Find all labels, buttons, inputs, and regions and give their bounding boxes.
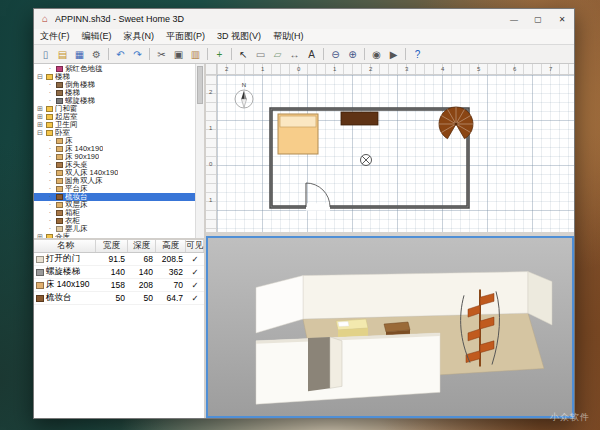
menu-plan[interactable]: 平面图(P) bbox=[160, 29, 211, 44]
furniture-depth: 140 bbox=[128, 267, 156, 277]
catalog-scrollbar[interactable] bbox=[195, 64, 204, 238]
catalog-item[interactable]: ·双层床 bbox=[34, 201, 195, 209]
menu-furniture[interactable]: 家具(N) bbox=[118, 29, 161, 44]
toolbar-create-rooms-button[interactable]: ▱ bbox=[270, 47, 285, 62]
catalog-item[interactable]: ·楼梯 bbox=[34, 89, 195, 97]
toolbar-create-video-button[interactable]: ▶ bbox=[386, 47, 401, 62]
menu-help[interactable]: 帮助(H) bbox=[267, 29, 310, 44]
toolbar-zoom-out-button[interactable]: ⊖ bbox=[328, 47, 343, 62]
compass-icon[interactable]: N bbox=[235, 82, 253, 108]
menu-view3d[interactable]: 3D 视图(V) bbox=[211, 29, 267, 44]
toolbar-new-file-button[interactable]: ▯ bbox=[38, 47, 53, 62]
tree-toggle-icon[interactable]: ⊞ bbox=[36, 105, 44, 113]
toolbar-help-button[interactable]: ? bbox=[410, 47, 425, 62]
catalog-item[interactable]: ·圆角双人床 bbox=[34, 177, 195, 185]
furniture-name-cell: 梳妆台 bbox=[34, 292, 96, 304]
catalog-item[interactable]: ·衣柜 bbox=[34, 217, 195, 225]
toolbar-copy-button[interactable]: ▣ bbox=[171, 47, 186, 62]
catalog-item[interactable]: ·床 bbox=[34, 137, 195, 145]
furniture-row[interactable]: 梳妆台505064.7✓ bbox=[34, 292, 204, 305]
catalog-item[interactable]: ·梳妆台 bbox=[34, 193, 195, 201]
toolbar-save-button[interactable]: ▦ bbox=[72, 47, 87, 62]
column-header[interactable]: 名称 bbox=[34, 240, 96, 252]
desktop-background: ⌂ APPINN.sh3d - Sweet Home 3D — ▢ ✕ 文件(F… bbox=[0, 0, 600, 430]
catalog-item[interactable]: ·床头桌 bbox=[34, 161, 195, 169]
catalog-category[interactable]: ⊞卫生间 bbox=[34, 121, 195, 129]
tree-toggle-icon[interactable]: ⊟ bbox=[36, 129, 44, 137]
spiral-staircase-plan[interactable] bbox=[439, 107, 473, 139]
title-bar[interactable]: ⌂ APPINN.sh3d - Sweet Home 3D — ▢ ✕ bbox=[34, 9, 574, 29]
door-plan[interactable] bbox=[306, 183, 330, 211]
catalog-label: 起居室 bbox=[55, 113, 78, 121]
3d-svg bbox=[208, 238, 572, 416]
furniture-row[interactable]: 打开的门91.568208.5✓ bbox=[34, 253, 204, 266]
column-header[interactable]: 深度 bbox=[128, 240, 156, 252]
toolbar-open-button[interactable]: ▤ bbox=[55, 47, 70, 62]
furniture-visible-checkbox[interactable]: ✓ bbox=[186, 293, 204, 303]
close-button[interactable]: ✕ bbox=[550, 9, 574, 29]
menu-file[interactable]: 文件(F) bbox=[34, 29, 76, 44]
toolbar-zoom-in-button[interactable]: ⊕ bbox=[345, 47, 360, 62]
furniture-row[interactable]: 床 140x19015820870✓ bbox=[34, 279, 204, 292]
catalog-item[interactable]: ·螺旋楼梯 bbox=[34, 97, 195, 105]
catalog-label: 楼梯 bbox=[65, 89, 80, 97]
catalog-item[interactable]: ·平台床 bbox=[34, 185, 195, 193]
menu-edit[interactable]: 编辑(E) bbox=[76, 29, 118, 44]
column-header[interactable]: 可见 bbox=[186, 240, 204, 252]
ruler-label: 1 bbox=[209, 197, 212, 203]
furniture-icon bbox=[56, 170, 63, 176]
bed-plan[interactable] bbox=[278, 114, 318, 154]
maximize-button[interactable]: ▢ bbox=[526, 9, 550, 29]
furniture-visible-checkbox[interactable]: ✓ bbox=[186, 254, 204, 264]
catalog-category[interactable]: ⊞起居室 bbox=[34, 113, 195, 121]
catalog-item[interactable]: ·紫红色地毯 bbox=[34, 65, 195, 73]
ruler-label: 5 bbox=[477, 66, 480, 72]
catalog-category[interactable]: ⊟楼梯 bbox=[34, 73, 195, 81]
tree-toggle-icon[interactable]: ⊞ bbox=[36, 113, 44, 121]
tree-toggle-icon[interactable]: ⊟ bbox=[36, 73, 44, 81]
minimize-button[interactable]: — bbox=[502, 9, 526, 29]
catalog-label: 楼梯 bbox=[55, 73, 70, 81]
scrollbar-thumb[interactable] bbox=[197, 66, 203, 104]
toolbar-add-furniture-button[interactable]: + bbox=[212, 47, 227, 62]
toolbar-create-walls-button[interactable]: ▭ bbox=[253, 47, 268, 62]
tree-toggle-icon[interactable]: ⊞ bbox=[36, 121, 44, 129]
catalog-item[interactable]: ·床 140x190 bbox=[34, 145, 195, 153]
tree-toggle-icon[interactable]: ⊞ bbox=[36, 233, 44, 240]
tree-toggle-icon: · bbox=[46, 89, 54, 97]
tree-toggle-icon: · bbox=[46, 185, 54, 193]
furniture-visible-checkbox[interactable]: ✓ bbox=[186, 267, 204, 277]
toolbar-preferences-button[interactable]: ⚙ bbox=[89, 47, 104, 62]
furniture-icon bbox=[56, 226, 63, 232]
tree-toggle-icon: · bbox=[46, 97, 54, 105]
toolbar-paste-button[interactable]: ▥ bbox=[188, 47, 203, 62]
catalog-category[interactable]: ⊞门和窗 bbox=[34, 105, 195, 113]
toolbar-create-dimensions-button[interactable]: ↔ bbox=[287, 47, 302, 62]
ceiling-light-plan[interactable] bbox=[361, 155, 372, 166]
furniture-visible-checkbox[interactable]: ✓ bbox=[186, 280, 204, 290]
furniture-name-text: 螺旋楼梯 bbox=[46, 266, 80, 278]
column-header[interactable]: 宽度 bbox=[96, 240, 128, 252]
catalog-item[interactable]: ·箱柜 bbox=[34, 209, 195, 217]
catalog-label: 倒角楼梯 bbox=[65, 81, 95, 89]
toolbar-redo-button[interactable]: ↷ bbox=[130, 47, 145, 62]
tree-toggle-icon: · bbox=[46, 225, 54, 233]
catalog-category[interactable]: ⊟卧室 bbox=[34, 129, 195, 137]
toolbar-cut-button[interactable]: ✂ bbox=[154, 47, 169, 62]
catalog-item[interactable]: ·倒角楼梯 bbox=[34, 81, 195, 89]
ruler-label: 1 bbox=[209, 125, 212, 131]
catalog-item[interactable]: ·床 90x190 bbox=[34, 153, 195, 161]
catalog-item[interactable]: ·婴儿床 bbox=[34, 225, 195, 233]
table-plan[interactable] bbox=[341, 112, 378, 125]
furniture-row[interactable]: 螺旋楼梯140140362✓ bbox=[34, 266, 204, 279]
3d-view[interactable] bbox=[206, 236, 574, 418]
catalog-category[interactable]: ⊞仓库 bbox=[34, 233, 195, 240]
plan-view[interactable]: N bbox=[217, 75, 574, 232]
toolbar-create-photo-button[interactable]: ◉ bbox=[369, 47, 384, 62]
toolbar-select-button[interactable]: ↖ bbox=[236, 47, 251, 62]
toolbar-add-text-button[interactable]: A bbox=[304, 47, 319, 62]
column-header[interactable]: 高度 bbox=[156, 240, 186, 252]
toolbar-undo-button[interactable]: ↶ bbox=[113, 47, 128, 62]
toolbar-separator bbox=[323, 48, 324, 60]
catalog-item[interactable]: ·双人床 140x190 bbox=[34, 169, 195, 177]
